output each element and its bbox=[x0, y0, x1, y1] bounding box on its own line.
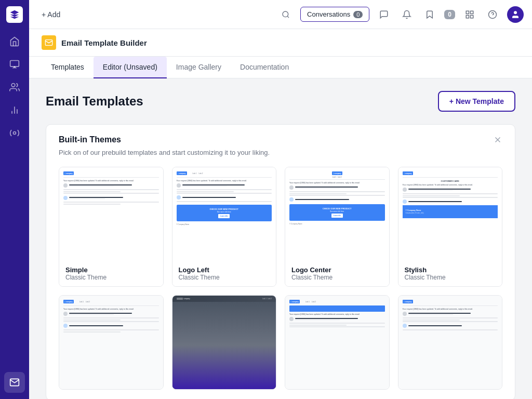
template-info-logo-left: Logo Left Classic Theme bbox=[172, 261, 276, 286]
template-type-stylish: Classic Theme bbox=[405, 274, 496, 281]
sidebar-item-home[interactable] bbox=[4, 31, 25, 52]
conversations-button[interactable]: Conversations 0 bbox=[300, 7, 369, 22]
conversations-label: Conversations bbox=[307, 10, 350, 18]
new-template-label: + New Template bbox=[449, 97, 504, 105]
help-icon[interactable] bbox=[484, 6, 501, 23]
content-header: Email Templates + New Template bbox=[46, 91, 515, 112]
themes-header: Built-in Themes bbox=[59, 135, 502, 147]
content: Email Template Builder Templates Editor … bbox=[29, 29, 532, 399]
add-label: + Add bbox=[42, 10, 60, 19]
svg-rect-10 bbox=[471, 11, 473, 14]
page-header: Email Template Builder bbox=[29, 29, 532, 57]
template-type-logo-center: Classic Theme bbox=[291, 274, 383, 281]
svg-point-7 bbox=[283, 11, 288, 17]
themes-subtitle: Pick on of our prebuild templates and st… bbox=[59, 149, 502, 156]
template-card-t6[interactable]: company Link 1 Link 2 bbox=[172, 295, 277, 390]
template-preview-logo-center: company Link 1 Link 2 Your request (1984… bbox=[285, 167, 389, 261]
template-preview-logo-left: company Link 1 Link 2 Your request (1984… bbox=[172, 167, 276, 261]
user-avatar[interactable] bbox=[507, 6, 524, 23]
svg-point-15 bbox=[514, 11, 517, 14]
close-themes-icon[interactable] bbox=[493, 135, 502, 147]
svg-rect-9 bbox=[466, 11, 469, 14]
sidebar-item-inbox[interactable] bbox=[4, 54, 25, 75]
conversations-badge: 0 bbox=[353, 11, 363, 18]
template-info-simple: Simple Classic Theme bbox=[59, 261, 163, 286]
template-preview-stylish: company CUSTOMER CARE Your request (1984… bbox=[398, 167, 502, 261]
add-button[interactable]: + Add bbox=[37, 7, 64, 22]
template-card-logo-center[interactable]: company Link 1 Link 2 Your request (1984… bbox=[285, 167, 390, 287]
template-card-logo-left[interactable]: company Link 1 Link 2 Your request (1984… bbox=[172, 167, 277, 287]
template-card-simple[interactable]: company Your request (1984) has been upd… bbox=[59, 167, 164, 287]
template-type-simple: Classic Theme bbox=[65, 274, 157, 281]
template-card-t8[interactable]: company Your request (1984) has been upd… bbox=[398, 295, 503, 390]
template-info-stylish: Stylish Classic Theme bbox=[398, 261, 502, 286]
sidebar-item-contacts[interactable] bbox=[4, 77, 25, 98]
tab-templates[interactable]: Templates bbox=[42, 57, 94, 78]
template-name-simple: Simple bbox=[65, 266, 157, 274]
svg-line-8 bbox=[287, 16, 289, 18]
sidebar-item-email[interactable] bbox=[4, 372, 25, 393]
app-logo[interactable] bbox=[6, 6, 23, 23]
template-type-logo-left: Classic Theme bbox=[179, 274, 270, 281]
sidebar bbox=[0, 0, 29, 399]
themes-section: Built-in Themes Pick on of our prebuild … bbox=[46, 124, 515, 399]
bookmark-icon[interactable] bbox=[421, 6, 438, 23]
topbar: + Add Conversations 0 0 bbox=[29, 0, 532, 29]
grid-icon[interactable] bbox=[461, 6, 478, 23]
template-preview-t8: company Your request (1984) has been upd… bbox=[398, 296, 502, 389]
templates-grid: company Your request (1984) has been upd… bbox=[59, 167, 502, 390]
page-header-title: Email Template Builder bbox=[61, 38, 147, 47]
tab-gallery[interactable]: Image Gallery bbox=[167, 57, 231, 78]
svg-point-2 bbox=[11, 84, 15, 87]
tab-editor[interactable]: Editor (Unsaved) bbox=[94, 57, 167, 78]
template-name-logo-left: Logo Left bbox=[179, 266, 270, 274]
template-card-t7[interactable]: company Link 1 Link 2 Your request (1984… bbox=[285, 295, 390, 390]
page-title: Email Templates bbox=[46, 94, 143, 109]
template-info-logo-center: Logo Center Classic Theme bbox=[285, 261, 389, 286]
sidebar-item-reports[interactable] bbox=[4, 100, 25, 121]
sidebar-item-settings[interactable] bbox=[4, 123, 25, 143]
tab-bar: Templates Editor (Unsaved) Image Gallery… bbox=[29, 57, 532, 78]
svg-rect-12 bbox=[471, 15, 473, 18]
template-preview-t6: company Link 1 Link 2 bbox=[172, 296, 276, 389]
chat-icon[interactable] bbox=[376, 6, 392, 23]
template-card-stylish[interactable]: company CUSTOMER CARE Your request (1984… bbox=[398, 167, 503, 287]
template-preview-simple: company Your request (1984) has been upd… bbox=[59, 167, 163, 261]
search-icon[interactable] bbox=[277, 6, 294, 23]
svg-rect-11 bbox=[466, 15, 469, 18]
tab-documentation[interactable]: Documentation bbox=[231, 57, 298, 78]
template-card-t5[interactable]: company Link 1 Link 2 Your request (1984… bbox=[59, 295, 164, 390]
content-area: Email Templates + New Template Built-in … bbox=[29, 78, 532, 399]
count-badge[interactable]: 0 bbox=[444, 10, 455, 19]
main-area: + Add Conversations 0 0 bbox=[29, 0, 532, 399]
svg-rect-0 bbox=[10, 61, 19, 67]
themes-title: Built-in Themes bbox=[59, 135, 121, 144]
template-preview-t7: company Link 1 Link 2 Your request (1984… bbox=[285, 296, 389, 389]
notification-icon[interactable] bbox=[398, 6, 415, 23]
template-name-stylish: Stylish bbox=[405, 266, 496, 274]
template-preview-t5: company Link 1 Link 2 Your request (1984… bbox=[59, 296, 163, 389]
new-template-button[interactable]: + New Template bbox=[438, 91, 515, 112]
svg-point-6 bbox=[14, 132, 16, 135]
email-builder-icon bbox=[42, 35, 56, 50]
template-name-logo-center: Logo Center bbox=[291, 266, 383, 274]
